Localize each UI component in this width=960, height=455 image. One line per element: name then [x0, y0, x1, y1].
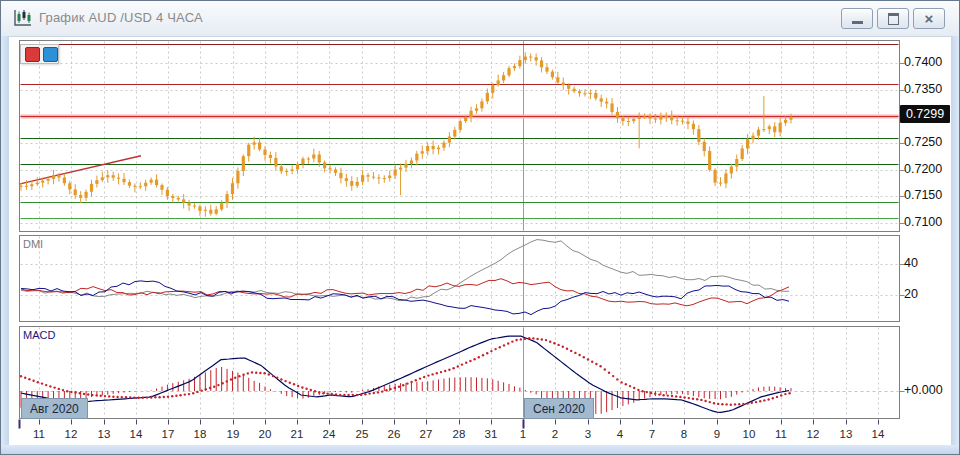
- macd-signal-dots-layer: [20, 337, 791, 406]
- grid-layer: [21, 42, 899, 418]
- blue-square-tool-button[interactable]: [43, 47, 58, 62]
- x-axis-label: 26: [381, 428, 407, 440]
- macd-zero-label: +0.000: [904, 383, 943, 397]
- price-axis-label: 0.7100: [904, 215, 942, 229]
- macd-panel-label: MACD: [23, 329, 55, 341]
- red-square-tool-button[interactable]: [25, 47, 40, 62]
- x-axis-label: 21: [284, 428, 310, 440]
- x-axis-label: 9: [704, 428, 730, 440]
- x-axis-label: 11: [768, 428, 794, 440]
- price-axis-label: 0.7250: [904, 135, 942, 149]
- x-axis-label: 2: [542, 428, 568, 440]
- x-axis-label: 17: [155, 428, 181, 440]
- x-axis-label: 10: [736, 428, 762, 440]
- dmi-scale-label: 20: [904, 287, 918, 301]
- chart-window: График AUD /USD 4 ЧАСА × DMI MACD 0.7299…: [0, 0, 960, 455]
- x-axis-label: 12: [58, 428, 84, 440]
- x-axis-label: 1: [510, 428, 536, 440]
- x-axis-label: 7: [639, 428, 665, 440]
- x-axis-label: 4: [607, 428, 633, 440]
- x-axis-label: 18: [187, 428, 213, 440]
- x-axis-label: 31: [478, 428, 504, 440]
- x-axis-label: 25: [349, 428, 375, 440]
- dmi-panel-label: DMI: [23, 238, 43, 250]
- chart-canvas: [1, 1, 959, 454]
- price-axis-label: 0.7350: [904, 82, 942, 96]
- month-badge-aug[interactable]: Авг 2020: [21, 398, 88, 419]
- price-axis-label: 0.7150: [904, 188, 942, 202]
- x-axis-label: 27: [413, 428, 439, 440]
- x-axis-label: 20: [252, 428, 278, 440]
- x-axis-label: 12: [800, 428, 826, 440]
- dmi-scale-label: 40: [904, 256, 918, 270]
- candles-layer: [19, 52, 792, 217]
- month-badge-sep[interactable]: Сен 2020: [524, 398, 594, 419]
- x-axis-label: 14: [865, 428, 891, 440]
- x-axis-label: 8: [671, 428, 697, 440]
- chart-mini-toolbar: [20, 44, 59, 64]
- x-axis-label: 24: [316, 428, 342, 440]
- x-axis-label: 3: [575, 428, 601, 440]
- price-axis-label: 0.7400: [904, 55, 942, 69]
- x-axis-label: 14: [123, 428, 149, 440]
- x-axis-label: 11: [26, 428, 52, 440]
- x-axis-label: 13: [833, 428, 859, 440]
- price-axis-label: 0.7200: [904, 162, 942, 176]
- x-axis-label: 13: [91, 428, 117, 440]
- x-axis-label: 19: [220, 428, 246, 440]
- x-axis-label: 28: [446, 428, 472, 440]
- current-price-tag: 0.7299: [900, 105, 950, 123]
